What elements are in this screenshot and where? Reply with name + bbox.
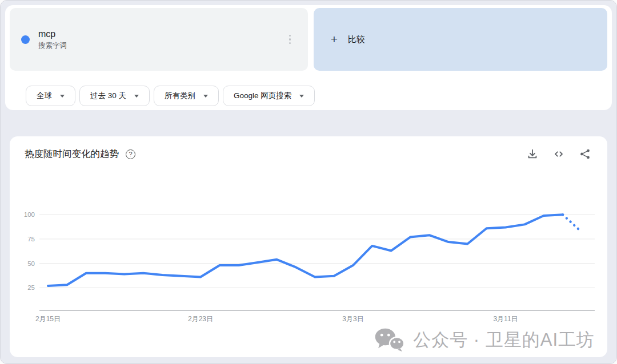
wechat-icon — [374, 327, 405, 353]
svg-text:2月15日: 2月15日 — [35, 315, 61, 323]
compare-label: 比较 — [348, 34, 365, 45]
plus-icon: + — [328, 33, 340, 46]
term-category-label: 搜索字词 — [38, 41, 286, 51]
filter-region-label: 全球 — [37, 91, 52, 101]
help-icon[interactable]: ? — [126, 149, 135, 159]
filter-timerange-label: 过去 30 天 — [90, 91, 126, 101]
filter-region-dropdown[interactable]: 全球 — [26, 86, 75, 106]
filter-searchtype-dropdown[interactable]: Google 网页搜索 — [223, 86, 315, 106]
query-panel: mcp 搜索字词 + 比较 全球 过去 30 天 所有类别 — [5, 5, 612, 110]
caret-down-icon — [60, 95, 65, 98]
svg-text:75: 75 — [27, 236, 35, 242]
filter-category-label: 所有类别 — [165, 91, 195, 101]
term-name: mcp — [38, 29, 286, 40]
term-texts: mcp 搜索字词 — [38, 29, 286, 51]
filter-category-dropdown[interactable]: 所有类别 — [154, 86, 219, 106]
embed-code-icon[interactable] — [552, 148, 565, 160]
more-vertical-icon[interactable] — [286, 31, 295, 48]
filters-row: 全球 过去 30 天 所有类别 Google 网页搜索 — [10, 86, 607, 106]
chart-title: 热度随时间变化的趋势 — [25, 148, 119, 160]
svg-text:2月23日: 2月23日 — [188, 315, 213, 323]
caret-down-icon — [203, 95, 208, 98]
filter-timerange-dropdown[interactable]: 过去 30 天 — [79, 86, 150, 106]
caret-down-icon — [299, 95, 304, 98]
chart-header: 热度随时间变化的趋势 ? — [25, 148, 591, 160]
svg-text:100: 100 — [24, 211, 35, 218]
cards-row: mcp 搜索字词 + 比较 — [10, 8, 607, 71]
share-icon[interactable] — [579, 148, 591, 160]
svg-text:3月3日: 3月3日 — [342, 315, 363, 323]
svg-text:25: 25 — [27, 284, 35, 291]
add-comparison-card[interactable]: + 比较 — [314, 8, 607, 71]
trend-chart-svg[interactable]: 2550751002月15日2月23日3月3日3月11日 — [10, 136, 608, 330]
series-color-dot — [21, 35, 30, 44]
svg-text:50: 50 — [27, 260, 35, 267]
svg-text:3月11日: 3月11日 — [493, 315, 518, 323]
caret-down-icon — [134, 95, 139, 98]
interest-over-time-card: 2550751002月15日2月23日3月3日3月11日 热度随时间变化的趋势 … — [10, 136, 607, 357]
search-term-card[interactable]: mcp 搜索字词 — [10, 8, 308, 71]
watermark: 公众号 · 卫星的AI工坊 — [374, 327, 595, 353]
google-trends-window: mcp 搜索字词 + 比较 全球 过去 30 天 所有类别 — [0, 0, 617, 364]
watermark-text: 公众号 · 卫星的AI工坊 — [413, 328, 595, 352]
download-icon[interactable] — [526, 148, 539, 160]
filter-searchtype-label: Google 网页搜索 — [234, 91, 291, 101]
chart-actions — [526, 148, 591, 160]
